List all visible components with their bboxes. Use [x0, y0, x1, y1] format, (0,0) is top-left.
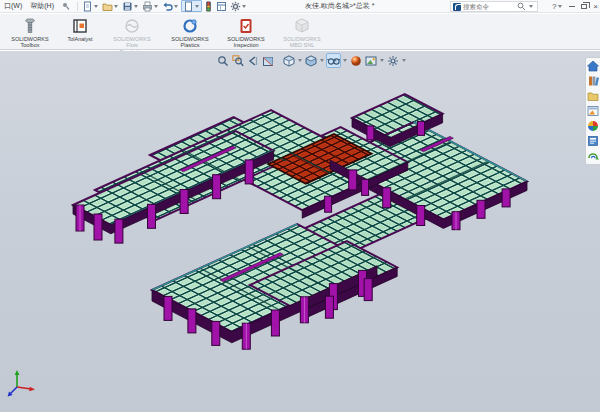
- dropdown-caret[interactable]: [114, 5, 118, 8]
- view-palette-tab[interactable]: [587, 105, 599, 117]
- close-button[interactable]: ×: [593, 3, 598, 11]
- design-library-tab[interactable]: [587, 75, 599, 87]
- new-document-button[interactable]: [81, 0, 100, 12]
- command-search-input[interactable]: [463, 3, 515, 10]
- hide-show-items-button[interactable]: [326, 53, 341, 68]
- file-explorer-tab[interactable]: [587, 90, 599, 102]
- undo-button[interactable]: [161, 0, 180, 12]
- help-button[interactable]: ?: [552, 2, 556, 11]
- options-button[interactable]: [229, 0, 248, 12]
- display-style-button[interactable]: [304, 54, 318, 68]
- task-pane-tabs: [585, 57, 600, 165]
- ribbon-button-tolanalyst[interactable]: TolAnalyst: [58, 16, 102, 42]
- menu-help[interactable]: 帮助(H): [26, 1, 58, 11]
- print-button[interactable]: [141, 0, 160, 12]
- ribbon-button-label: SOLIDWORKSMBD SNL: [274, 36, 330, 49]
- standard-toolbar: [81, 0, 248, 12]
- dropdown-caret[interactable]: [134, 5, 138, 8]
- solidworks-resources-tab[interactable]: [587, 60, 599, 72]
- dropdown-caret[interactable]: [195, 5, 199, 8]
- zoom-to-fit-button[interactable]: [216, 54, 230, 68]
- ribbon-button-label: SOLIDWORKSInspection: [218, 36, 274, 49]
- ribbon-button-mbd-snl: SOLIDWORKSMBD SNL: [274, 16, 330, 49]
- ribbon-button-inspection[interactable]: SOLIDWORKSInspection: [218, 16, 274, 49]
- ribbon-button-flow-simulation: SOLIDWORKSFlowSimulation: [102, 16, 162, 55]
- zoom-to-area-button[interactable]: [231, 54, 245, 68]
- save-button[interactable]: [121, 0, 140, 12]
- ribbon-button-label: SOLIDWORKSPlastics: [162, 36, 218, 49]
- plastics-icon: [181, 17, 199, 35]
- menu-window[interactable]: 口(W): [0, 1, 26, 11]
- window-controls: ? ×: [552, 0, 598, 13]
- minimize-button[interactable]: [569, 6, 575, 8]
- ribbon-button-solidworks-toolbox[interactable]: SOLIDWORKSToolbox: [2, 16, 58, 49]
- title-bar: 口(W) 帮助(H): [0, 0, 600, 13]
- custom-properties-tab[interactable]: [587, 135, 599, 147]
- ribbon-addins-tab: SOLIDWORKSToolbox TolAnalyst SOLIDWORKSF…: [0, 14, 600, 50]
- apply-scene-button[interactable]: [364, 54, 378, 68]
- ribbon-button-label: SOLIDWORKSToolbox: [2, 36, 58, 49]
- view-orientation-button[interactable]: [282, 54, 296, 68]
- previous-view-button[interactable]: [246, 54, 260, 68]
- appearances-scenes-tab[interactable]: [587, 120, 599, 132]
- coordinate-triad: [6, 366, 42, 400]
- ribbon-button-plastics[interactable]: SOLIDWORKSPlastics: [162, 16, 218, 49]
- solidworks-forum-tab[interactable]: [587, 150, 599, 162]
- section-view-button[interactable]: [261, 54, 275, 68]
- dropdown-caret[interactable]: [298, 59, 302, 62]
- rebuild-traffic-light-button[interactable]: [203, 0, 214, 12]
- dropdown-caret[interactable]: [343, 59, 347, 62]
- pin-icon[interactable]: [61, 1, 71, 11]
- dropdown-caret[interactable]: [242, 5, 246, 8]
- inspection-icon: [237, 17, 255, 35]
- dropdown-caret[interactable]: [320, 59, 324, 62]
- dropdown-caret[interactable]: [402, 59, 406, 62]
- search-icon[interactable]: [517, 2, 526, 11]
- ribbon-button-label: TolAnalyst: [52, 36, 108, 42]
- edit-appearance-button[interactable]: [349, 54, 363, 68]
- help-dropdown-caret[interactable]: [558, 5, 562, 8]
- toolbar-separator: [77, 2, 78, 11]
- selected-tool-button[interactable]: [181, 0, 202, 12]
- headsup-view-toolbar: [216, 53, 407, 68]
- dropdown-caret[interactable]: [154, 5, 158, 8]
- document-title: 友佳.欧尚名城>*总装 *: [305, 1, 374, 11]
- solidworks-logo-icon: [453, 3, 461, 11]
- graphics-viewport[interactable]: [0, 51, 600, 412]
- mbd-snl-icon: [293, 17, 311, 35]
- flow-simulation-icon: [123, 17, 141, 35]
- view-settings-button[interactable]: [386, 54, 400, 68]
- tolanalyst-icon: [71, 17, 89, 35]
- dropdown-caret[interactable]: [380, 59, 384, 62]
- restore-button[interactable]: [581, 4, 587, 9]
- search-dropdown-caret[interactable]: [529, 5, 533, 8]
- dropdown-caret[interactable]: [94, 5, 98, 8]
- model-3d-view[interactable]: [0, 51, 600, 412]
- toolbox-icon: [21, 17, 39, 35]
- file-properties-button[interactable]: [215, 0, 228, 12]
- dropdown-caret[interactable]: [174, 5, 178, 8]
- open-button[interactable]: [101, 0, 120, 12]
- command-search[interactable]: [450, 1, 538, 12]
